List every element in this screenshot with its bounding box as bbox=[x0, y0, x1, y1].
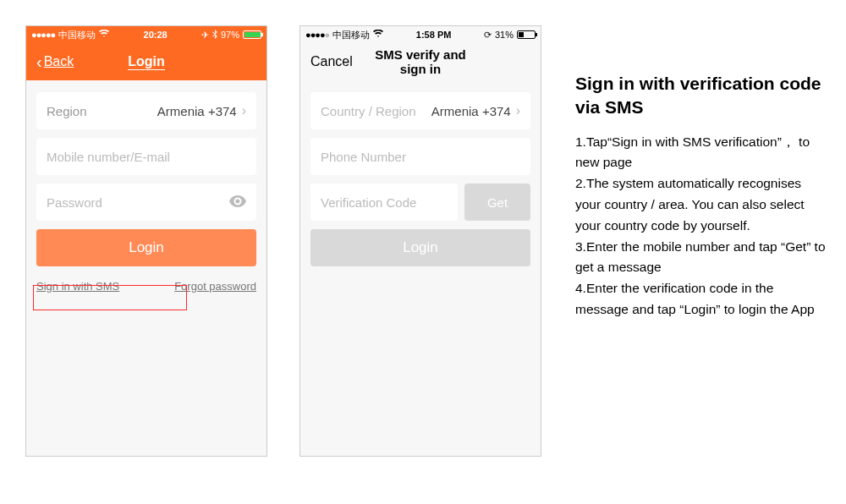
status-time: 1:58 PM bbox=[383, 30, 484, 40]
wifi-icon bbox=[99, 30, 109, 40]
instructions-title: Sign in with verification code via SMS bbox=[575, 72, 829, 120]
phone-placeholder: Phone Number bbox=[321, 150, 406, 164]
password-field[interactable]: Password bbox=[36, 184, 256, 221]
region-value: Armenia +374 bbox=[157, 104, 237, 118]
highlight-box bbox=[33, 285, 187, 310]
eye-icon[interactable] bbox=[229, 194, 246, 211]
bluetooth-icon bbox=[212, 30, 217, 41]
region-row[interactable]: Country / Region Armenia +374 › bbox=[310, 92, 530, 129]
cancel-button[interactable]: Cancel bbox=[310, 54, 370, 69]
mobile-placeholder: Mobile number/E-mail bbox=[47, 150, 170, 164]
carrier-label: 中国移动 bbox=[332, 29, 370, 41]
back-button[interactable]: ‹ Back bbox=[36, 53, 96, 70]
battery-pct: 31% bbox=[495, 30, 514, 40]
status-time: 20:28 bbox=[109, 30, 201, 40]
login-screenshot: ●●●●● 中国移动 20:28 ✈ 97% ‹ Bac bbox=[25, 25, 267, 457]
mobile-email-field[interactable]: Mobile number/E-mail bbox=[36, 138, 256, 175]
wifi-icon bbox=[373, 30, 383, 40]
get-code-button[interactable]: Get bbox=[464, 184, 530, 221]
sms-verify-screenshot: ●●●●● 中国移动 1:58 PM ⟳ 31% Cancel SMS veri… bbox=[299, 25, 541, 457]
signal-dots-icon: ●●●●● bbox=[31, 30, 55, 40]
chevron-right-icon: › bbox=[242, 103, 246, 118]
page-title: Login bbox=[96, 54, 197, 69]
instructions-step-1: 1.Tap“Sign in with SMS verification”， to… bbox=[575, 132, 829, 174]
nav-bar: Cancel SMS verify and sign in bbox=[300, 43, 541, 80]
page-title: SMS verify and sign in bbox=[370, 47, 471, 76]
login-button[interactable]: Login bbox=[36, 229, 256, 266]
region-label: Region bbox=[47, 104, 87, 118]
instructions-step-2: 2.The system automatically recognises yo… bbox=[575, 173, 829, 236]
region-row[interactable]: Region Armenia +374 › bbox=[36, 92, 256, 129]
instructions-step-4: 4.Enter the verification code in the mes… bbox=[575, 278, 829, 320]
signal-dots-icon: ●●●●● bbox=[305, 30, 329, 40]
region-value: Armenia +374 bbox=[431, 104, 511, 118]
status-bar: ●●●●● 中国移动 20:28 ✈ 97% bbox=[26, 26, 266, 43]
instructions-panel: Sign in with verification code via SMS 1… bbox=[575, 25, 829, 320]
location-icon: ✈ bbox=[201, 30, 209, 41]
login-button[interactable]: Login bbox=[310, 229, 530, 266]
verification-code-field[interactable]: Verification Code bbox=[310, 184, 458, 221]
login-button-label: Login bbox=[403, 239, 438, 256]
back-label: Back bbox=[44, 54, 74, 69]
battery-pct: 97% bbox=[221, 30, 239, 40]
status-bar: ●●●●● 中国移动 1:58 PM ⟳ 31% bbox=[300, 26, 541, 43]
phone-number-field[interactable]: Phone Number bbox=[310, 138, 530, 175]
carrier-label: 中国移动 bbox=[58, 29, 96, 41]
get-button-label: Get bbox=[487, 195, 508, 210]
battery-icon bbox=[517, 30, 536, 39]
chevron-right-icon: › bbox=[516, 103, 520, 118]
instructions-step-3: 3.Enter the mobile number and tap “Get” … bbox=[575, 237, 829, 279]
rotation-lock-icon: ⟳ bbox=[484, 30, 492, 41]
login-button-label: Login bbox=[129, 239, 164, 256]
region-label: Country / Region bbox=[321, 104, 416, 118]
battery-icon bbox=[243, 30, 261, 39]
nav-bar: ‹ Back Login bbox=[26, 43, 266, 80]
password-placeholder: Password bbox=[47, 195, 102, 210]
chevron-left-icon: ‹ bbox=[36, 53, 42, 70]
code-placeholder: Verification Code bbox=[321, 195, 416, 210]
cancel-label: Cancel bbox=[310, 54, 353, 69]
